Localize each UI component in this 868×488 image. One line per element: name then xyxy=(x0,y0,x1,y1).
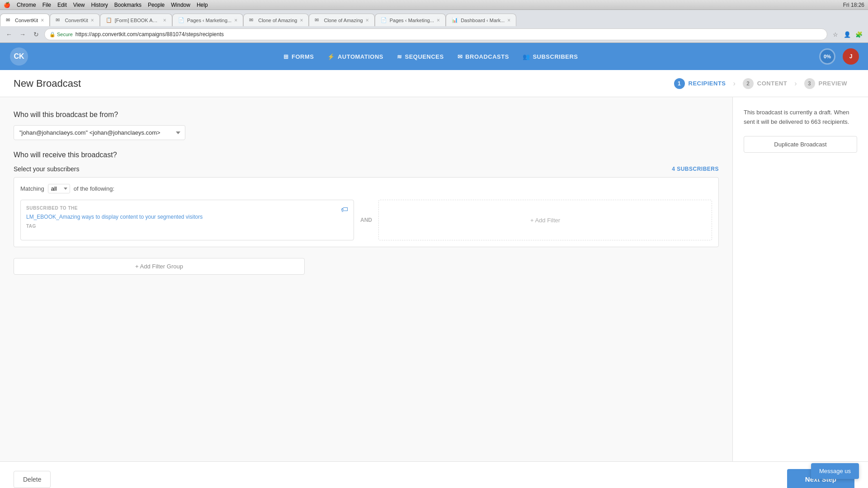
subscribers-label: SUBSCRIBERS xyxy=(533,53,578,60)
forward-button[interactable]: → xyxy=(17,29,28,40)
tab-clone-amazing-2[interactable]: ✉ Clone of Amazing × xyxy=(309,14,374,26)
convertkit-logo-svg: CK xyxy=(10,47,28,66)
subscriber-count: 4 SUBSCRIBERS xyxy=(672,166,719,172)
menu-edit[interactable]: Edit xyxy=(57,2,67,8)
menu-file[interactable]: File xyxy=(42,2,51,8)
filter-box: Matching all any of the following: SUBSC… xyxy=(14,177,719,247)
browser-chrome: ✉ ConvertKit × ✉ ConvertKit × 📋 [Form] E… xyxy=(0,10,868,43)
tab-label-1: ConvertKit xyxy=(15,18,38,23)
refresh-button[interactable]: ↻ xyxy=(31,29,42,40)
nav-forms[interactable]: ⊞ FORMS xyxy=(283,53,314,60)
tab-convertkit-2[interactable]: ✉ ConvertKit × xyxy=(50,14,99,26)
broadcasts-icon: ✉ xyxy=(458,53,463,60)
breadcrumb-steps: 1 RECIPIENTS › 2 CONTENT › 3 PREVIEW xyxy=(667,75,854,92)
menu-people[interactable]: People xyxy=(148,2,165,8)
sequences-label: SEQUENCES xyxy=(405,53,444,60)
tab-convertkit-1[interactable]: ✉ ConvertKit × xyxy=(0,14,50,26)
subscribed-label: SUBSCRIBED TO THE xyxy=(26,206,348,211)
tab-close-3[interactable]: × xyxy=(163,17,166,23)
progress-circle: 0% xyxy=(819,48,835,65)
back-button[interactable]: ← xyxy=(4,29,14,40)
step-1-num: 1 xyxy=(674,78,685,89)
extensions-icon[interactable]: 🧩 xyxy=(854,29,864,40)
bookmark-star-icon[interactable]: ☆ xyxy=(830,29,841,40)
tab-form-ebook[interactable]: 📋 [Form] EBOOK Am... × xyxy=(100,14,172,26)
step-preview[interactable]: 3 PREVIEW xyxy=(797,75,854,92)
add-filter-group-label: + Add Filter Group xyxy=(135,263,183,270)
step-2-num: 2 xyxy=(743,78,754,89)
tab-pages-marketing-2[interactable]: 📄 Pages ‹ Marketing... × xyxy=(375,14,446,26)
tab-close-5[interactable]: × xyxy=(300,17,303,23)
tab-bar: ✉ ConvertKit × ✉ ConvertKit × 📋 [Form] E… xyxy=(0,10,868,26)
user-avatar[interactable]: J xyxy=(843,48,859,65)
add-filter-group-button[interactable]: + Add Filter Group xyxy=(14,258,305,275)
delete-button[interactable]: Delete xyxy=(14,471,51,488)
app-logo[interactable]: CK xyxy=(9,47,29,66)
tab-pages-marketing-1[interactable]: 📄 Pages ‹ Marketing... × xyxy=(172,14,243,26)
menu-chrome[interactable]: Chrome xyxy=(17,2,36,8)
matching-select[interactable]: all any xyxy=(48,184,70,193)
menu-window[interactable]: Window xyxy=(171,2,190,8)
address-bar[interactable]: 🔒 Secure https://app.convertkit.com/camp… xyxy=(44,28,827,40)
sidebar-info-text: This broadcast is currently a draft. Whe… xyxy=(744,108,857,127)
tab-close-8[interactable]: × xyxy=(507,17,510,23)
menu-view[interactable]: View xyxy=(73,2,85,8)
subscribers-icon: 👥 xyxy=(523,53,530,60)
matching-suffix: of the following: xyxy=(74,185,114,192)
nav-broadcasts[interactable]: ✉ BROADCASTS xyxy=(458,53,509,60)
tab-dashboard[interactable]: 📊 Dashboard ‹ Mark... × xyxy=(446,14,516,26)
mac-titlebar: 🍎 Chrome File Edit View History Bookmark… xyxy=(0,0,868,10)
step-3-num: 3 xyxy=(804,78,815,89)
lock-icon: 🔒 xyxy=(49,32,56,38)
sequences-icon: ≋ xyxy=(397,53,402,60)
menu-bookmarks[interactable]: Bookmarks xyxy=(114,2,142,8)
broadcasts-label: BROADCASTS xyxy=(465,53,509,60)
add-filter-button[interactable]: + Add Filter xyxy=(378,200,712,240)
message-us-button[interactable]: Message us xyxy=(811,463,859,479)
tab-favicon-7: 📄 xyxy=(381,17,387,23)
automations-label: AUTOMATIONS xyxy=(338,53,383,60)
duplicate-broadcast-button[interactable]: Duplicate Broadcast xyxy=(744,136,857,153)
forms-label: FORMS xyxy=(292,53,314,60)
menu-history[interactable]: History xyxy=(91,2,108,8)
tag-icon: 🏷 xyxy=(341,206,348,214)
tab-close-6[interactable]: × xyxy=(366,17,369,23)
content-area: Who will this broadcast be from? "johan@… xyxy=(0,97,732,461)
tab-close-4[interactable]: × xyxy=(234,17,237,23)
user-initials: J xyxy=(849,53,853,60)
main-container: Who will this broadcast be from? "johan@… xyxy=(0,97,868,461)
apple-icon[interactable]: 🍎 xyxy=(4,2,10,8)
toolbar-icons: ☆ 👤 🧩 xyxy=(830,29,864,40)
tab-label-6: Clone of Amazing xyxy=(324,18,363,23)
step-recipients[interactable]: 1 RECIPIENTS xyxy=(667,75,733,92)
tab-clone-amazing-1[interactable]: ✉ Clone of Amazing × xyxy=(243,14,309,26)
duplicate-label: Duplicate Broadcast xyxy=(774,141,826,148)
nav-subscribers[interactable]: 👥 SUBSCRIBERS xyxy=(523,53,578,60)
tab-close-7[interactable]: × xyxy=(437,17,440,23)
matching-label: Matching xyxy=(20,185,44,192)
tab-favicon-2: ✉ xyxy=(56,17,62,23)
sidebar: This broadcast is currently a draft. Whe… xyxy=(732,97,868,461)
nav-automations[interactable]: ⚡ AUTOMATIONS xyxy=(327,53,383,60)
tab-favicon-8: 📊 xyxy=(452,17,458,23)
tab-label-7: Pages ‹ Marketing... xyxy=(390,18,434,23)
step-content[interactable]: 2 CONTENT xyxy=(736,75,794,92)
nav-sequences[interactable]: ≋ SEQUENCES xyxy=(397,53,444,60)
forms-icon: ⊞ xyxy=(283,53,289,60)
from-select[interactable]: "johan@johanclaeys.com" <johan@johanclae… xyxy=(14,125,185,140)
address-bar-row: ← → ↻ 🔒 Secure https://app.convertkit.co… xyxy=(0,26,868,42)
filter-item-subscribed[interactable]: SUBSCRIBED TO THE LM_EBOOK_Amazing ways … xyxy=(20,200,354,240)
select-subscribers-label: Select your subscribers xyxy=(14,165,80,173)
message-us-label: Message us xyxy=(819,468,851,474)
step-2-label: CONTENT xyxy=(757,80,787,87)
subscribers-header: Select your subscribers 4 SUBSCRIBERS xyxy=(14,165,719,173)
tab-close-1[interactable]: × xyxy=(41,17,44,23)
from-question: Who will this broadcast be from? xyxy=(14,111,719,119)
menu-help[interactable]: Help xyxy=(197,2,208,8)
profile-icon[interactable]: 👤 xyxy=(842,29,853,40)
tab-label-3: [Form] EBOOK Am... xyxy=(115,18,160,23)
tab-close-2[interactable]: × xyxy=(91,17,94,23)
tab-favicon-3: 📋 xyxy=(106,17,112,23)
tab-favicon-4: 📄 xyxy=(178,17,184,23)
matching-row: Matching all any of the following: xyxy=(20,184,712,193)
